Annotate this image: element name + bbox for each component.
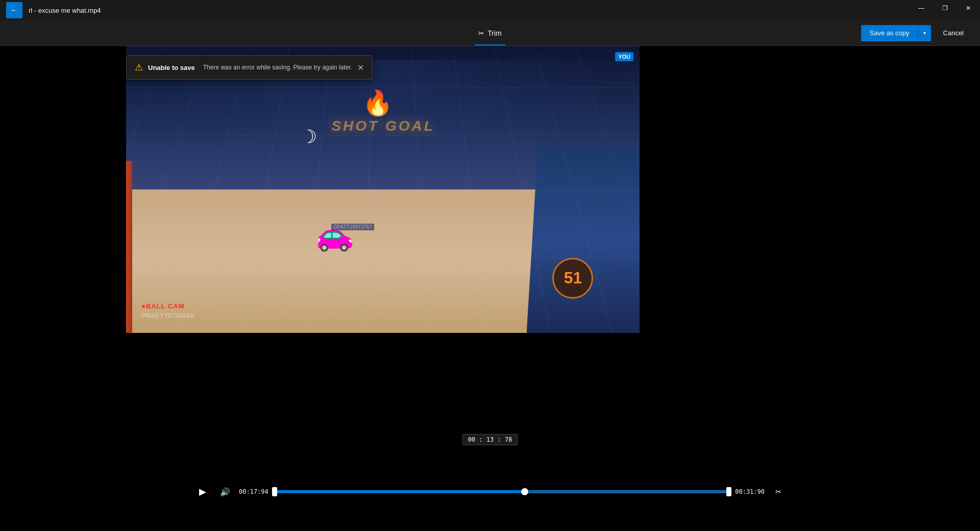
- time-start: 00:17:94: [239, 488, 268, 495]
- maximize-button[interactable]: ❐: [933, 0, 957, 16]
- notification-message: There was an error while saving. Please …: [203, 64, 352, 71]
- clip-button[interactable]: ✂: [771, 484, 786, 499]
- press-toggle-label: PRESS Y TO TOGGLE: [141, 313, 194, 319]
- ball-cam-label: ●BALL CAM: [141, 302, 185, 310]
- titlebar: ← rl - excuse me what.mp4 — ❐ ✕: [0, 0, 980, 20]
- notification-title: Unable to save: [148, 64, 195, 71]
- controls-row: ▶ 🔊 00:17:94 00:31:90 ✂: [0, 483, 980, 500]
- trim-end-handle[interactable]: [726, 487, 731, 496]
- timeline-area: 00 : 13 : 78: [0, 434, 980, 449]
- minimize-button[interactable]: —: [910, 0, 933, 16]
- window-controls: — ❐ ✕: [910, 0, 980, 16]
- score-circle: 51: [552, 258, 593, 299]
- toolbar: ✂ Trim Save as copy ▾ Cancel: [0, 20, 980, 46]
- back-icon: ←: [10, 6, 18, 15]
- error-notification: ⚠ Unable to save There was an error whil…: [126, 55, 373, 80]
- play-icon: ▶: [199, 486, 206, 497]
- player-label: DPATT19973767: [331, 224, 374, 230]
- time-tooltip: 00 : 13 : 78: [462, 434, 518, 445]
- moon-icon: ☽: [301, 126, 317, 148]
- trim-start-handle[interactable]: [272, 487, 277, 496]
- video-frame: ☽ 🔥 SHOT GOAL 🚗 DPATT19973767 YOU 51 ●BA…: [126, 46, 640, 333]
- warning-icon: ⚠: [135, 62, 143, 73]
- you-badge: YOU: [615, 52, 633, 61]
- play-button[interactable]: ▶: [194, 483, 211, 500]
- trim-tool-label: ✂ Trim: [478, 29, 501, 37]
- trim-underline: [475, 44, 505, 45]
- cancel-button[interactable]: Cancel: [935, 25, 972, 41]
- fireball-icon: 🔥: [362, 89, 393, 117]
- video-player: ☽ 🔥 SHOT GOAL 🚗 DPATT19973767 YOU 51 ●BA…: [126, 46, 640, 333]
- volume-icon: 🔊: [220, 487, 230, 497]
- save-copy-button[interactable]: Save as copy: [861, 25, 917, 41]
- clip-icon: ✂: [775, 488, 781, 496]
- volume-button[interactable]: 🔊: [217, 484, 233, 499]
- save-dropdown-button[interactable]: ▾: [918, 25, 931, 41]
- progress-track[interactable]: [275, 490, 729, 493]
- dropdown-chevron-icon: ▾: [923, 30, 926, 36]
- progress-filled: [275, 490, 525, 493]
- notification-close-button[interactable]: ✕: [357, 63, 364, 73]
- trim-text: Trim: [487, 29, 501, 37]
- toolbar-right-actions: Save as copy ▾ Cancel: [861, 25, 972, 41]
- back-button[interactable]: ←: [6, 2, 22, 18]
- car-icon: 🚗: [316, 216, 354, 253]
- shot-goal-text: SHOT GOAL: [331, 118, 434, 134]
- time-end: 00:31:90: [735, 488, 765, 495]
- trim-icon: ✂: [478, 29, 484, 37]
- close-button[interactable]: ✕: [957, 0, 980, 16]
- playhead-handle[interactable]: [521, 488, 528, 495]
- window-title: rl - excuse me what.mp4: [29, 7, 101, 14]
